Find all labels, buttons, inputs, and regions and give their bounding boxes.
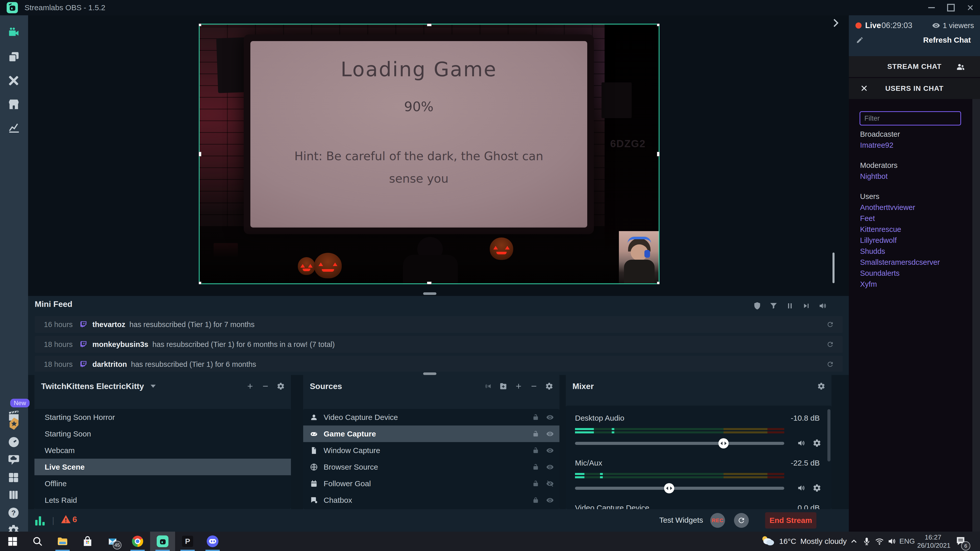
feed-event-row[interactable]: 18 hours darktriton has resubscribed (Ti… — [35, 356, 843, 372]
microsoft-store-icon[interactable] — [75, 532, 100, 551]
filter-input[interactable] — [859, 111, 961, 125]
eye-icon[interactable] — [546, 496, 554, 504]
mute-alerts-volume-icon[interactable] — [818, 302, 827, 310]
moderation-shield-icon[interactable] — [753, 302, 762, 310]
volume-slider[interactable] — [575, 442, 784, 445]
streamlabs-obs-taskbar-icon[interactable] — [150, 532, 175, 551]
chrome-icon[interactable] — [125, 532, 150, 551]
scene-collection-name[interactable]: TwitchKittens ElectricKitty — [41, 382, 144, 391]
selection-handle-n[interactable] — [427, 24, 431, 26]
volume-slider[interactable] — [575, 487, 784, 490]
chat-username[interactable]: Smallsteramersdcserver — [860, 258, 970, 267]
layout-columns-icon[interactable] — [7, 489, 21, 502]
lock-open-icon[interactable] — [532, 463, 539, 471]
pause-feed-icon[interactable] — [786, 302, 794, 310]
resize-handle-panels[interactable] — [423, 372, 436, 375]
language-indicator[interactable]: ENG — [899, 537, 915, 545]
taskbar-search-icon[interactable] — [25, 532, 50, 551]
maximize-button[interactable] — [941, 0, 961, 15]
eye-slash-icon[interactable] — [546, 480, 554, 487]
selection-handle-s[interactable] — [427, 282, 431, 284]
collapse-panel-chevron-icon[interactable] — [829, 17, 842, 29]
end-stream-button[interactable]: End Stream — [765, 512, 816, 529]
scene-item[interactable]: Offline — [35, 475, 291, 492]
replay-buffer-button[interactable] — [734, 513, 749, 528]
channel-mute-volume-icon[interactable] — [797, 439, 805, 448]
skip-alert-icon[interactable] — [802, 302, 811, 310]
scene-item[interactable]: Starting Soon — [35, 426, 291, 442]
taskbar-weather[interactable]: 16°C Mostly cloudy — [762, 532, 847, 551]
mixer-settings-gear-icon[interactable] — [817, 382, 825, 390]
eye-icon[interactable] — [546, 447, 554, 454]
chat-username[interactable]: Soundalerts — [860, 269, 970, 278]
chat-username[interactable]: Shudds — [860, 247, 970, 256]
selection-handle-e[interactable] — [657, 152, 659, 156]
chevron-down-icon[interactable] — [151, 385, 156, 388]
close-icon[interactable] — [860, 84, 868, 92]
feed-event-row[interactable]: 18 hours monkeybusin3s has resubscribed … — [35, 336, 843, 353]
resize-handle-preview[interactable] — [423, 292, 436, 295]
source-settings-gear-icon[interactable] — [545, 382, 553, 390]
recent-events-clock-icon[interactable] — [7, 436, 21, 449]
chat-username[interactable]: Xyfm — [860, 280, 970, 289]
tray-chevron-up-icon[interactable] — [850, 537, 859, 546]
source-item[interactable]: Follower Goal — [303, 475, 559, 492]
volume-slider-knob[interactable] — [718, 438, 729, 448]
scene-settings-gear-icon[interactable] — [277, 382, 285, 390]
source-item[interactable]: Chatbox — [303, 492, 559, 508]
tray-microphone-icon[interactable] — [862, 537, 871, 546]
dashboard-chart-icon[interactable] — [7, 121, 21, 135]
chat-username[interactable]: Lillyredwolf — [860, 236, 970, 245]
prime-star-icon[interactable] — [7, 417, 21, 430]
stream-preview-canvas[interactable]: Loading Game 90% Hint: Be careful of the… — [199, 24, 659, 284]
add-source-icon[interactable] — [514, 382, 523, 390]
mixer-scrollbar[interactable] — [827, 409, 830, 462]
chat-username[interactable]: Feet — [860, 214, 970, 223]
remove-source-icon[interactable] — [530, 382, 538, 390]
filter-funnel-icon[interactable] — [769, 302, 778, 310]
scene-item-selected[interactable]: Live Scene — [35, 459, 291, 475]
source-item[interactable]: Browser Source — [303, 459, 559, 475]
close-button[interactable] — [961, 0, 980, 15]
lock-open-icon[interactable] — [532, 413, 539, 421]
lock-open-icon[interactable] — [532, 480, 539, 487]
source-item[interactable]: Video Capture Device — [303, 409, 559, 426]
preview-scrollbar[interactable] — [832, 252, 835, 283]
selection-handle-nw[interactable] — [199, 24, 201, 26]
source-item[interactable]: Window Capture — [303, 442, 559, 459]
scene-item[interactable]: Starting Soon Horror — [35, 409, 291, 426]
selection-handle-w[interactable] — [199, 152, 201, 156]
scene-item[interactable]: Lets Raid — [35, 492, 291, 508]
editor-camera-icon[interactable] — [7, 27, 21, 40]
app-store-grid-icon[interactable] — [7, 472, 21, 485]
lock-open-icon[interactable] — [532, 430, 539, 438]
mail-icon[interactable]: 45 — [100, 532, 125, 551]
volume-slider-knob[interactable] — [664, 483, 674, 493]
taskbar-clock[interactable]: 16:27 26/10/2021 — [917, 533, 949, 549]
chat-username[interactable]: Kittenrescue — [860, 225, 970, 233]
remove-scene-icon[interactable] — [261, 382, 269, 390]
users-in-chat-icon[interactable] — [956, 62, 965, 71]
store-icon[interactable] — [7, 98, 21, 111]
help-icon[interactable] — [7, 507, 21, 520]
tray-wifi-icon[interactable] — [875, 537, 884, 546]
edit-stream-pencil-icon[interactable] — [856, 36, 864, 44]
discord-icon[interactable] — [200, 532, 225, 551]
lock-open-icon[interactable] — [532, 447, 539, 454]
start-button[interactable] — [0, 532, 25, 551]
channel-settings-gear-icon[interactable] — [813, 484, 821, 492]
replay-alert-icon[interactable] — [826, 360, 834, 368]
selection-handle-se[interactable] — [657, 282, 659, 284]
source-audio-icon[interactable] — [484, 382, 492, 390]
chat-username[interactable]: Anotherttvviewer — [860, 203, 970, 212]
performance-stats-icon[interactable] — [35, 516, 48, 526]
selection-handle-ne[interactable] — [657, 24, 659, 26]
cloudbot-chat-icon[interactable] — [7, 454, 21, 467]
feed-event-row[interactable]: 16 hours thevartoz has resubscribed (Tie… — [35, 316, 843, 333]
minimize-button[interactable] — [922, 0, 941, 15]
channel-mute-volume-icon[interactable] — [797, 484, 805, 492]
file-explorer-icon[interactable] — [50, 532, 75, 551]
eye-icon[interactable] — [546, 463, 554, 471]
channel-settings-gear-icon[interactable] — [813, 439, 821, 448]
lock-closed-icon[interactable] — [532, 496, 539, 504]
